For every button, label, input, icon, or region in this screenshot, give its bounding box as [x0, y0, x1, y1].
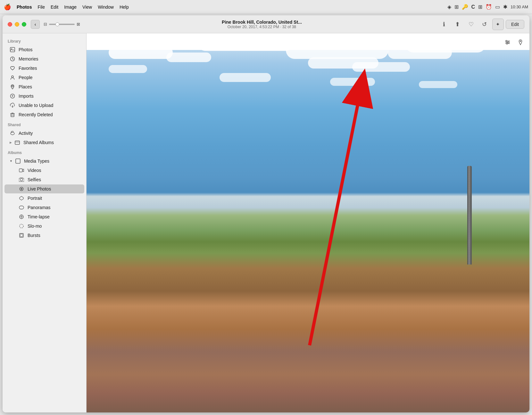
photo-top-bar: [87, 33, 529, 50]
pin-button[interactable]: [515, 37, 526, 47]
c-icon[interactable]: C: [471, 4, 475, 10]
places-icon: [10, 84, 15, 90]
sidebar-item-unable-to-upload[interactable]: Unable to Upload: [4, 101, 84, 110]
svg-point-1: [11, 48, 12, 49]
sidebar-item-portrait[interactable]: Portrait: [4, 194, 84, 203]
heart-icon: ♡: [469, 21, 474, 28]
share-button[interactable]: ⬆: [452, 19, 463, 30]
zoom-control: ⊟ ⊠: [44, 22, 80, 27]
bluetooth-icon[interactable]: ✱: [503, 4, 507, 10]
svg-point-17: [21, 216, 22, 217]
menu-help[interactable]: Help: [120, 4, 129, 10]
photo-title: Pine Brook Hill, Colorado, United St...: [85, 20, 438, 25]
recently-deleted-icon: [10, 112, 15, 118]
shared-albums-label: Shared Albums: [23, 140, 54, 145]
sidebar-item-slo-mo[interactable]: Slo-mo: [4, 222, 84, 231]
title-bar-center: Pine Brook Hill, Colorado, United St... …: [85, 20, 438, 29]
live-photos-label: Live Photos: [28, 186, 51, 191]
photo-view: [87, 33, 529, 412]
favorites-icon: [10, 65, 15, 71]
photos-label: Photos: [19, 47, 33, 52]
menu-edit[interactable]: Edit: [51, 4, 58, 10]
maximize-button[interactable]: [22, 22, 26, 27]
sidebar-item-live-photos[interactable]: Live Photos: [4, 184, 84, 193]
zoom-slider[interactable]: [49, 24, 75, 25]
menu-image[interactable]: Image: [64, 4, 77, 10]
minimize-button[interactable]: [15, 22, 19, 27]
edit-button[interactable]: Edit: [506, 20, 524, 29]
zoom-fit-icon: ⊠: [77, 22, 80, 27]
sidebar-item-shared-albums[interactable]: ▶ Shared Albums: [4, 138, 84, 147]
app-name[interactable]: Photos: [17, 4, 32, 10]
sidebar-item-activity[interactable]: Activity: [4, 129, 84, 138]
sidebar-item-selfies[interactable]: Selfies: [4, 175, 84, 184]
sidebar-item-imports[interactable]: Imports: [4, 92, 84, 101]
back-button[interactable]: ‹: [31, 20, 40, 29]
info-button[interactable]: ℹ: [438, 19, 450, 30]
media-types-label: Media Types: [24, 159, 49, 164]
memories-icon: [10, 56, 15, 62]
media-types-icon: [15, 158, 21, 164]
apple-menu[interactable]: 🍎: [4, 4, 11, 11]
sidebar-item-time-lapse[interactable]: Time-lapse: [4, 212, 84, 221]
network-icon[interactable]: ⊞: [454, 4, 459, 10]
menu-window[interactable]: Window: [98, 4, 114, 10]
menu-bar-right: ◈ ⊞ 🔑 C ⊞ ⏰ ▭ ✱ 10:30 AM: [447, 4, 528, 10]
close-button[interactable]: [8, 22, 12, 27]
sidebar-item-people[interactable]: People: [4, 73, 84, 82]
adjust-icon-button[interactable]: [503, 37, 513, 47]
cloud-12: [220, 73, 271, 82]
svg-rect-15: [19, 206, 24, 209]
memories-label: Memories: [19, 56, 38, 61]
sidebar-item-videos[interactable]: Videos: [4, 166, 84, 175]
sidebar-item-memories[interactable]: Memories: [4, 54, 84, 63]
panoramas-label: Panoramas: [28, 205, 51, 210]
sliders-icon: [505, 39, 511, 45]
rotate-icon: ↺: [482, 21, 487, 28]
sidebar: Library Photos Memories Favorites: [3, 33, 87, 412]
slo-mo-label: Slo-mo: [28, 224, 42, 229]
grid-icon[interactable]: ⊞: [478, 4, 482, 10]
time-machine-icon[interactable]: ⏰: [486, 4, 492, 10]
title-bar-nav: ‹: [31, 20, 40, 29]
imports-icon: [10, 93, 15, 99]
people-icon: [10, 75, 15, 80]
rotate-button[interactable]: ↺: [479, 19, 490, 30]
svg-rect-0: [10, 47, 15, 52]
dropbox-icon[interactable]: ◈: [447, 4, 451, 10]
svg-point-3: [12, 76, 13, 78]
live-photos-icon: [19, 186, 24, 192]
sidebar-item-places[interactable]: Places: [4, 82, 84, 91]
svg-point-28: [506, 40, 507, 42]
magic-enhance-button[interactable]: ✦: [492, 19, 504, 30]
shared-section-header: Shared: [3, 119, 86, 128]
imports-label: Imports: [19, 94, 34, 99]
traffic-lights: [8, 22, 26, 27]
sidebar-item-media-types[interactable]: ▼ Media Types: [4, 157, 84, 166]
airplay-icon[interactable]: ▭: [495, 4, 500, 10]
sidebar-item-photos[interactable]: Photos: [4, 45, 84, 54]
menu-view[interactable]: View: [82, 4, 92, 10]
svg-point-11: [20, 178, 23, 181]
sidebar-item-favorites[interactable]: Favorites: [4, 64, 84, 73]
password-icon[interactable]: 🔑: [462, 4, 468, 10]
selfies-icon: [19, 177, 24, 183]
svg-rect-8: [15, 141, 20, 144]
time-display: 10:30 AM: [511, 4, 528, 9]
menu-file[interactable]: File: [37, 4, 45, 10]
cloud-14: [419, 81, 457, 88]
sidebar-item-bursts[interactable]: Bursts: [4, 231, 84, 240]
svg-point-22: [20, 224, 23, 228]
magic-icon: ✦: [496, 21, 500, 27]
favorite-button[interactable]: ♡: [465, 19, 477, 30]
places-label: Places: [19, 84, 32, 89]
info-icon: ℹ: [443, 21, 445, 28]
portrait-icon: [19, 195, 24, 201]
collapse-triangle-icon: ▼: [10, 159, 12, 163]
bursts-label: Bursts: [28, 233, 40, 238]
recently-deleted-label: Recently Deleted: [19, 112, 53, 117]
sidebar-item-recently-deleted[interactable]: Recently Deleted: [4, 110, 84, 119]
selfies-label: Selfies: [28, 177, 41, 182]
svg-rect-9: [16, 159, 20, 163]
sidebar-item-panoramas[interactable]: Panoramas: [4, 203, 84, 212]
